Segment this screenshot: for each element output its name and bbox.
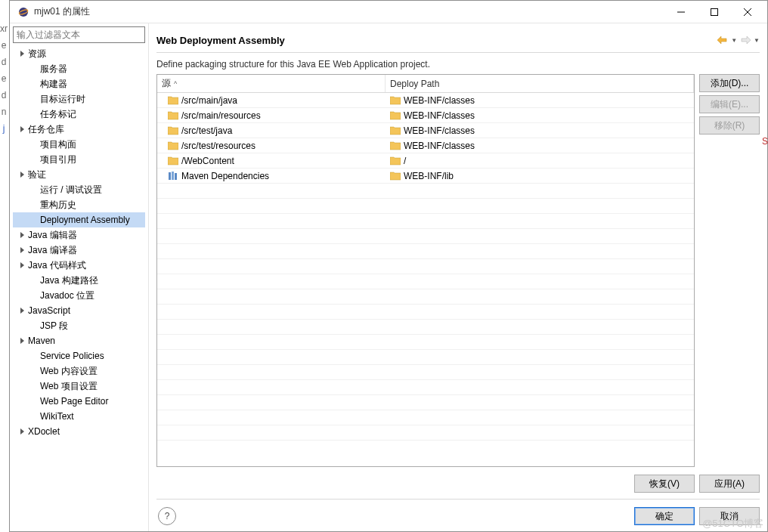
tree-item[interactable]: Maven <box>13 333 145 348</box>
edit-button[interactable]: 编辑(E)... <box>699 95 760 113</box>
expand-icon[interactable] <box>17 230 28 240</box>
tree-item[interactable]: Java 编译器 <box>13 243 145 258</box>
expand-icon <box>29 351 40 361</box>
add-button[interactable]: 添加(D)... <box>699 74 760 92</box>
tree-item-label: 项目引用 <box>40 153 76 166</box>
maximize-button[interactable] <box>698 1 731 23</box>
source-cell: /src/test/resources <box>181 141 255 151</box>
expand-icon <box>29 411 40 422</box>
table-row[interactable]: /src/main/resourcesWEB-INF/classes <box>157 108 694 123</box>
tree-item-label: XDoclet <box>28 426 60 437</box>
tree-item-label: Maven <box>28 336 55 346</box>
help-icon[interactable]: ? <box>158 507 176 525</box>
right-margin-char: S <box>762 136 768 147</box>
tree-item-label: Service Policies <box>40 351 104 361</box>
table-row-empty <box>157 184 694 199</box>
tree-item[interactable]: Service Policies <box>13 348 145 363</box>
source-cell: /src/main/java <box>181 95 237 106</box>
tree-item[interactable]: Javadoc 位置 <box>13 288 145 303</box>
expand-icon <box>29 63 40 74</box>
tree-item[interactable]: WikiText <box>13 409 145 424</box>
deploy-cell: WEB-INF/lib <box>404 171 454 181</box>
tree-item[interactable]: 项目引用 <box>13 152 145 167</box>
tree-item[interactable]: JavaScript <box>13 303 145 318</box>
tree-item-label: 运行 / 调试设置 <box>40 184 102 196</box>
table-row-empty <box>157 229 694 244</box>
cancel-button[interactable]: 取消 <box>699 507 760 525</box>
tree-item[interactable]: 项目构面 <box>13 137 145 152</box>
table-row[interactable]: /WebContent/ <box>157 153 694 169</box>
tree-item[interactable]: Deployment Assembly <box>13 212 145 227</box>
tree-item[interactable]: Web Page Editor <box>13 394 145 409</box>
deploy-cell: / <box>404 156 406 166</box>
tree-item[interactable]: 任务仓库 <box>13 122 145 137</box>
tree-item-label: Java 构建路径 <box>40 274 98 287</box>
expand-icon[interactable] <box>17 305 28 316</box>
tree-item[interactable]: XDoclet <box>13 424 145 439</box>
table-row-empty <box>157 320 694 335</box>
tree-item-label: 资源 <box>28 48 46 60</box>
tree-item[interactable]: 验证 <box>13 167 145 182</box>
tree-item[interactable]: Java 代码样式 <box>13 258 145 273</box>
tree-item[interactable]: Web 内容设置 <box>13 363 145 379</box>
column-source[interactable]: 源^ <box>157 75 386 92</box>
tree-item[interactable]: 目标运行时 <box>13 91 145 107</box>
table-row[interactable]: /src/test/resourcesWEB-INF/classes <box>157 138 694 153</box>
back-icon[interactable] <box>717 36 728 44</box>
restore-button[interactable]: 恢复(V) <box>634 475 695 493</box>
svg-rect-7 <box>172 172 174 180</box>
back-menu-icon[interactable]: ▼ <box>731 36 737 44</box>
tree-item[interactable]: 构建器 <box>13 76 145 91</box>
tree-item[interactable]: JSP 段 <box>13 318 145 333</box>
tree-item[interactable]: 运行 / 调试设置 <box>13 182 145 197</box>
tree-item-label: Javadoc 位置 <box>40 289 94 302</box>
expand-icon[interactable] <box>17 48 28 59</box>
tree-item-label: 构建器 <box>40 78 67 91</box>
close-button[interactable] <box>731 1 764 23</box>
tree-item-label: WikiText <box>40 411 74 422</box>
tree-item[interactable]: 服务器 <box>13 61 145 76</box>
deploy-cell: WEB-INF/classes <box>404 141 475 151</box>
tree-item-label: Web 内容设置 <box>40 365 98 378</box>
expand-icon[interactable] <box>17 336 28 346</box>
table-row[interactable]: Maven DependenciesWEB-INF/lib <box>157 169 694 184</box>
tree-item-label: Deployment Assembly <box>40 215 130 225</box>
tree-item[interactable]: 资源 <box>13 46 145 61</box>
tree-item[interactable]: 任务标记 <box>13 107 145 122</box>
tree-item[interactable]: 重构历史 <box>13 197 145 212</box>
assembly-table: 源^ Deploy Path /src/main/javaWEB-INF/cla… <box>156 74 695 467</box>
column-deploy[interactable]: Deploy Path <box>386 75 694 92</box>
expand-icon <box>29 396 40 407</box>
forward-menu-icon[interactable]: ▼ <box>754 36 760 44</box>
apply-button[interactable]: 应用(A) <box>699 475 760 493</box>
tree-item-label: 目标运行时 <box>40 93 85 106</box>
nav-tree: 资源服务器构建器目标运行时任务标记任务仓库项目构面项目引用验证运行 / 调试设置… <box>13 45 145 528</box>
tree-item-label: Web 项目设置 <box>40 380 98 393</box>
ok-button[interactable]: 确定 <box>634 507 695 525</box>
expand-icon[interactable] <box>17 245 28 255</box>
tree-item[interactable]: Web 项目设置 <box>13 379 145 394</box>
remove-button[interactable]: 移除(R) <box>699 116 760 135</box>
tree-item[interactable]: Java 构建路径 <box>13 273 145 288</box>
tree-item-label: JavaScript <box>28 305 70 316</box>
expand-icon[interactable] <box>17 260 28 271</box>
table-row-empty <box>157 425 694 441</box>
table-row[interactable]: /src/test/javaWEB-INF/classes <box>157 123 694 138</box>
tree-item-label: Web Page Editor <box>40 396 109 407</box>
forward-icon[interactable] <box>740 36 751 44</box>
expand-icon <box>29 139 40 150</box>
expand-icon <box>29 215 40 225</box>
svg-rect-3 <box>711 8 718 15</box>
minimize-button[interactable] <box>664 1 698 23</box>
expand-icon[interactable] <box>17 124 28 135</box>
tree-item[interactable]: Java 编辑器 <box>13 227 145 243</box>
app-icon <box>17 6 29 18</box>
source-cell: /WebContent <box>181 156 234 166</box>
table-row[interactable]: /src/main/javaWEB-INF/classes <box>157 93 694 108</box>
description: Define packaging structure for this Java… <box>156 59 760 70</box>
svg-rect-8 <box>175 173 177 180</box>
expand-icon[interactable] <box>17 426 28 437</box>
filter-input[interactable] <box>13 26 145 43</box>
expand-icon[interactable] <box>17 169 28 180</box>
deploy-cell: WEB-INF/classes <box>404 95 475 106</box>
